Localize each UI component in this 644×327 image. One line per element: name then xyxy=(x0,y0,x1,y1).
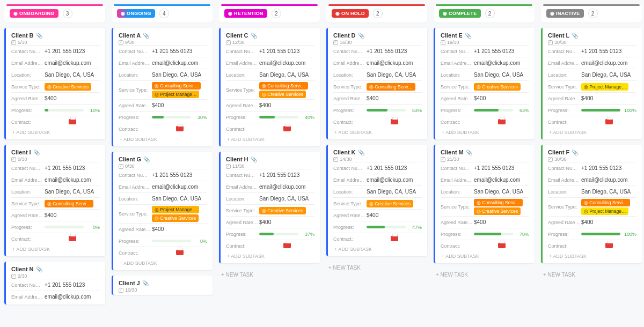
attachment-icon[interactable]: 📎 xyxy=(251,157,257,162)
service-tag[interactable]: ◎ Creative Services xyxy=(474,207,521,215)
service-tag[interactable]: ◎ Creative Services xyxy=(367,200,413,207)
client-card[interactable]: Client G 📎 0/30 Contact Nu… +1 201 555 0… xyxy=(112,152,213,270)
client-card[interactable]: Client I 📎 0/30 Contact Nu… +1 201 555 0… xyxy=(4,145,105,256)
add-subtask-button[interactable]: + ADD SUBTASK xyxy=(548,128,636,137)
service-tag[interactable]: ◎ Project Manage… xyxy=(581,83,628,91)
pdf-icon[interactable] xyxy=(391,236,398,241)
attachment-icon[interactable]: 📎 xyxy=(143,33,149,39)
add-subtask-button[interactable]: + ADD SUBTASK xyxy=(333,244,422,254)
new-task-button[interactable]: + NEW TASK xyxy=(541,269,642,281)
client-card[interactable]: Client N 📎 2/30 Contact Nu… +1 201 555 0… xyxy=(4,262,105,304)
service-tag[interactable]: ◎ Project Manage… xyxy=(152,206,199,213)
add-subtask-button[interactable]: + ADD SUBTASK xyxy=(11,244,100,254)
service-tag[interactable]: ◎ Creative Services xyxy=(474,83,521,91)
status-pill[interactable]: ◉ ONGOING xyxy=(117,9,155,18)
card-title[interactable]: Client C 📎 xyxy=(226,32,314,39)
attachment-icon[interactable]: 📎 xyxy=(358,33,364,39)
pdf-icon[interactable] xyxy=(605,119,613,124)
card-title[interactable]: Client N 📎 xyxy=(11,266,100,272)
client-card[interactable]: Client H 📎 11/30 Contact Nu… +1 201 555 … xyxy=(219,152,320,263)
service-tag[interactable]: ◎ Consulting Servi… xyxy=(474,199,523,206)
client-card[interactable]: Client L 📎 30/30 Contact Nu… +1 201 555 … xyxy=(541,28,642,139)
column-header[interactable]: ◉ ON HOLD 2 xyxy=(326,4,427,23)
card-title[interactable]: Client H 📎 xyxy=(226,156,314,162)
status-pill[interactable]: ◉ INACTIVE xyxy=(546,9,584,18)
attachment-icon[interactable]: 📎 xyxy=(33,150,40,155)
status-pill[interactable]: ◉ COMPLETE xyxy=(439,9,481,18)
add-subtask-button[interactable]: + ADD SUBTASK xyxy=(11,128,100,137)
add-subtask-button[interactable]: + ADD SUBTASK xyxy=(441,251,529,261)
card-title[interactable]: Client G 📎 xyxy=(119,156,207,162)
service-tag[interactable]: ◎ Consulting Servi… xyxy=(259,82,308,90)
pdf-icon[interactable] xyxy=(283,243,291,248)
attachment-icon[interactable]: 📎 xyxy=(358,150,364,155)
card-title[interactable]: Client L 📎 xyxy=(548,32,636,39)
pdf-icon[interactable] xyxy=(69,236,76,241)
status-pill[interactable]: ◉ ON HOLD xyxy=(332,9,369,18)
client-card[interactable]: Client E 📎 19/30 Contact Nu… +1 201 555 … xyxy=(434,28,535,139)
card-title[interactable]: Client I 📎 xyxy=(11,149,100,155)
card-title[interactable]: Client M 📎 xyxy=(441,149,529,155)
column-header[interactable]: ◉ INACTIVE 2 xyxy=(541,4,642,23)
pdf-icon[interactable] xyxy=(283,126,291,131)
service-tag[interactable]: ◎ Creative Services xyxy=(259,207,306,214)
attachment-icon[interactable]: 📎 xyxy=(142,280,149,286)
client-card[interactable]: Client J 📎 10/30 xyxy=(112,276,213,295)
service-tag[interactable]: ◎ Consulting Servi… xyxy=(152,82,201,90)
new-task-button[interactable]: + NEW TASK xyxy=(434,269,535,281)
add-subtask-button[interactable]: + ADD SUBTASK xyxy=(548,251,636,261)
attachment-icon[interactable]: 📎 xyxy=(465,33,471,39)
column-header[interactable]: ◉ ONGOING 4 xyxy=(112,4,213,23)
pdf-icon[interactable] xyxy=(176,126,184,131)
client-card[interactable]: Client D 📎 16/30 Contact Nu… +1 201 555 … xyxy=(326,28,427,139)
card-title[interactable]: Client E 📎 xyxy=(441,32,529,39)
card-title[interactable]: Client F 📎 xyxy=(548,149,636,155)
attachment-icon[interactable]: 📎 xyxy=(36,33,42,39)
pdf-icon[interactable] xyxy=(176,250,184,255)
service-tag[interactable]: ◎ Creative Services xyxy=(259,91,306,98)
add-subtask-button[interactable]: + ADD SUBTASK xyxy=(441,128,529,137)
attachment-icon[interactable]: 📎 xyxy=(143,157,150,162)
client-card[interactable]: Client B 📎 5/30 Contact Nu… +1 201 555 0… xyxy=(4,28,105,139)
card-title[interactable]: Client K 📎 xyxy=(333,149,422,155)
row-value xyxy=(45,119,100,125)
add-subtask-button[interactable]: + ADD SUBTASK xyxy=(226,251,314,261)
client-card[interactable]: Client K 📎 14/30 Contact Nu… +1 201 555 … xyxy=(326,145,427,256)
client-card[interactable]: Client M 📎 21/30 Contact Nu… +1 201 555 … xyxy=(434,145,535,263)
attachment-icon[interactable]: 📎 xyxy=(572,150,578,155)
attachment-icon[interactable]: 📎 xyxy=(466,150,472,155)
column-header[interactable]: ◉ RETENTION 2 xyxy=(219,4,320,23)
card-title[interactable]: Client J 📎 xyxy=(119,280,207,286)
service-tag[interactable]: ◎ Project Manage… xyxy=(581,207,628,215)
attachment-icon[interactable]: 📎 xyxy=(251,33,257,39)
client-card[interactable]: Client F 📎 30/30 Contact Nu… +1 201 555 … xyxy=(541,145,642,263)
new-task-button[interactable]: + NEW TASK xyxy=(219,269,320,281)
client-card[interactable]: Client C 📎 12/30 Contact Nu… +1 201 555 … xyxy=(219,28,320,146)
card-title[interactable]: Client B 📎 xyxy=(11,32,100,39)
status-pill[interactable]: ◉ ONBOARDING xyxy=(10,9,58,18)
service-tag[interactable]: ◎ Project Manage… xyxy=(152,91,199,98)
attachment-icon[interactable]: 📎 xyxy=(572,33,578,39)
service-tag[interactable]: ◎ Creative Services xyxy=(45,83,91,91)
pdf-icon[interactable] xyxy=(498,243,506,248)
client-card[interactable]: Client A 📎 9/30 Contact Nu… +1 201 555 0… xyxy=(112,28,213,146)
card-title[interactable]: Client D 📎 xyxy=(333,32,422,39)
pdf-icon[interactable] xyxy=(69,119,76,124)
status-pill[interactable]: ◉ RETENTION xyxy=(224,9,267,18)
card-title[interactable]: Client A 📎 xyxy=(119,32,207,39)
add-subtask-button[interactable]: + ADD SUBTASK xyxy=(226,135,314,144)
column-header[interactable]: ◉ COMPLETE 2 xyxy=(434,4,535,23)
pdf-icon[interactable] xyxy=(391,119,398,124)
pdf-icon[interactable] xyxy=(498,119,506,124)
add-subtask-button[interactable]: + ADD SUBTASK xyxy=(119,135,207,144)
pdf-icon[interactable] xyxy=(605,243,613,248)
column-header[interactable]: ◉ ONBOARDING 3 xyxy=(4,4,105,23)
service-tag[interactable]: ◎ Consulting Servi… xyxy=(45,200,93,207)
add-subtask-button[interactable]: + ADD SUBTASK xyxy=(119,258,207,268)
attachment-icon[interactable]: 📎 xyxy=(36,266,42,272)
service-tag[interactable]: ◎ Consulting Servi… xyxy=(367,83,415,91)
service-tag[interactable]: ◎ Creative Services xyxy=(152,214,199,222)
add-subtask-button[interactable]: + ADD SUBTASK xyxy=(333,128,422,137)
new-task-button[interactable]: + NEW TASK xyxy=(326,262,427,274)
service-tag[interactable]: ◎ Consulting Servi… xyxy=(581,199,630,206)
